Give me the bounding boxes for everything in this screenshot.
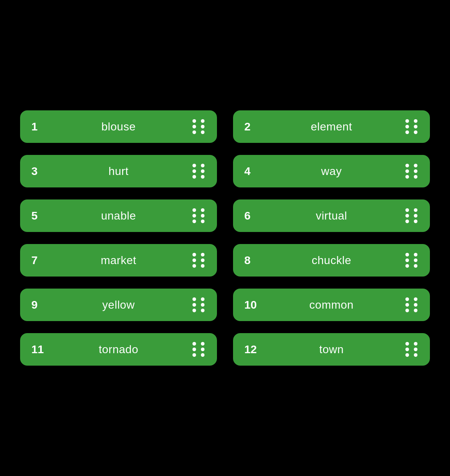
dot-icon [192,264,196,268]
dot-icon [414,175,417,179]
dot-icon [201,353,205,357]
dot-icon [192,220,196,223]
word-card-2[interactable]: 2element [233,110,430,143]
dot-icon [414,220,417,223]
card-word-8: chuckle [259,254,404,267]
dot-icon [201,119,205,123]
dot-icon [201,208,205,212]
dot-icon [405,264,409,268]
card-number-6: 6 [244,210,259,222]
word-card-11[interactable]: 11tornado [20,333,217,366]
card-dots-10 [404,297,419,312]
dot-icon [201,253,205,256]
dot-icon [201,130,205,134]
dot-icon [192,258,196,262]
card-dots-12 [404,342,419,357]
card-dots-11 [191,342,206,357]
word-card-4[interactable]: 4way [233,155,430,187]
dot-icon [405,175,409,179]
card-word-6: virtual [259,210,404,222]
dot-icon [414,309,417,312]
card-number-11: 11 [31,343,46,356]
card-word-4: way [259,165,404,178]
card-dots-5 [191,208,206,223]
card-dots-3 [191,164,206,179]
dot-icon [192,208,196,212]
dot-icon [201,175,205,179]
dot-icon [201,303,205,307]
dot-icon [414,253,417,256]
dot-icon [192,125,196,128]
dot-icon [405,220,409,223]
card-word-2: element [259,120,404,133]
dot-icon [201,297,205,301]
dot-icon [414,348,417,351]
dot-icon [414,353,417,357]
dot-icon [192,169,196,173]
card-dots-6 [404,208,419,223]
dot-icon [192,309,196,312]
dot-icon [405,309,409,312]
dot-icon [201,220,205,223]
dot-icon [192,342,196,346]
dot-icon [201,164,205,167]
word-card-9[interactable]: 9yellow [20,289,217,321]
dot-icon [192,303,196,307]
dot-icon [414,130,417,134]
dot-icon [414,169,417,173]
dot-icon [405,353,409,357]
card-number-3: 3 [31,165,46,178]
dot-icon [192,214,196,218]
dot-icon [192,297,196,301]
card-word-1: blouse [46,120,191,133]
card-number-2: 2 [244,120,259,133]
dot-icon [405,164,409,167]
word-card-12[interactable]: 12town [233,333,430,366]
card-dots-7 [191,253,206,268]
dot-icon [405,169,409,173]
dot-icon [414,297,417,301]
word-card-1[interactable]: 1blouse [20,110,217,143]
card-dots-2 [404,119,419,134]
card-dots-9 [191,297,206,312]
dot-icon [414,303,417,307]
card-number-4: 4 [244,165,259,178]
word-card-6[interactable]: 6virtual [233,199,430,232]
card-dots-4 [404,164,419,179]
word-card-7[interactable]: 7market [20,244,217,277]
dot-icon [201,169,205,173]
dot-icon [201,125,205,128]
dot-icon [405,253,409,256]
word-card-5[interactable]: 5unable [20,199,217,232]
card-number-10: 10 [244,299,259,311]
card-number-12: 12 [244,343,259,356]
card-word-3: hurt [46,165,191,178]
dot-icon [405,342,409,346]
word-card-3[interactable]: 3hurt [20,155,217,187]
dot-icon [414,258,417,262]
dot-icon [405,208,409,212]
dot-icon [414,119,417,123]
dot-icon [405,119,409,123]
word-card-8[interactable]: 8chuckle [233,244,430,277]
dot-icon [405,303,409,307]
dot-icon [414,208,417,212]
dot-icon [201,258,205,262]
card-word-12: town [259,343,404,356]
dot-icon [192,175,196,179]
word-card-10[interactable]: 10common [233,289,430,321]
card-number-7: 7 [31,254,46,267]
dot-icon [414,164,417,167]
card-dots-8 [404,253,419,268]
dot-icon [414,125,417,128]
dot-icon [201,342,205,346]
card-number-5: 5 [31,210,46,222]
card-word-9: yellow [46,299,191,311]
dot-icon [405,125,409,128]
card-dots-1 [191,119,206,134]
dot-icon [405,130,409,134]
dot-icon [414,214,417,218]
card-number-8: 8 [244,254,259,267]
dot-icon [414,264,417,268]
card-number-1: 1 [31,120,46,133]
